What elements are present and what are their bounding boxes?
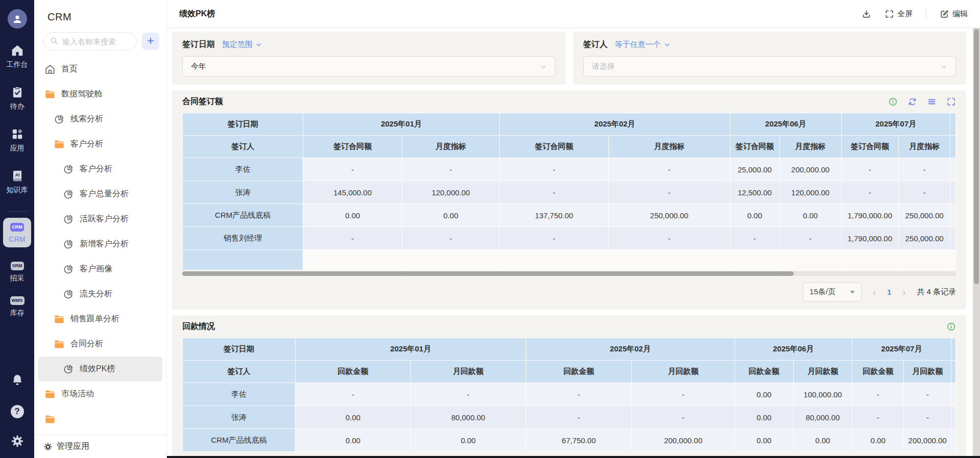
sidebar-item-10[interactable]: 流失分析 [38, 282, 162, 307]
list-icon[interactable] [927, 97, 937, 107]
chevron-down-icon [941, 63, 947, 70]
prev-page-button[interactable]: ‹ [873, 288, 876, 297]
col-header: 签订合同额 [500, 136, 609, 158]
value-cell: - [402, 158, 500, 181]
svg-text:AI: AI [15, 172, 19, 177]
refresh-icon[interactable] [908, 97, 917, 107]
edit-icon [940, 9, 949, 19]
expand-icon[interactable] [946, 97, 956, 107]
vertical-scrollbar-thumb[interactable] [974, 29, 979, 284]
next-page-button[interactable]: › [902, 288, 905, 297]
value-cell: - [526, 406, 632, 429]
info-icon[interactable] [946, 322, 956, 332]
pie-icon [63, 264, 74, 275]
pie-icon [63, 239, 74, 250]
gear-button[interactable] [11, 435, 24, 450]
sidebar-item-14[interactable]: 市场活动 [38, 381, 162, 406]
pie-icon [63, 189, 74, 200]
sidebar-item-4[interactable]: 客户分析 [38, 132, 162, 157]
rail-item-2[interactable]: 待办 [10, 86, 24, 111]
table-row: 李佐----25,000.00200,000.00-- [183, 158, 956, 181]
value-cell: 1,790,000.00 [841, 227, 898, 250]
value-cell: - [410, 383, 526, 406]
user-icon [11, 13, 23, 25]
app-label: 招采 [10, 274, 24, 283]
sidebar-item-9[interactable]: 客户画像 [38, 257, 162, 282]
filter-operator-dropdown[interactable]: 等于任意一个 [615, 40, 671, 49]
rail-app-wms[interactable]: WMS库存 [10, 296, 24, 318]
sidebar-item-label: 首页 [61, 64, 78, 74]
sidebar-item-label: 市场活动 [61, 389, 94, 399]
col-header: 月度指标 [779, 136, 841, 158]
value-cell: - [500, 227, 609, 250]
manage-apps-button[interactable]: 管理应用 [34, 435, 166, 458]
sidebar-item-label: 线索分析 [70, 114, 103, 124]
value-cell: 250,000.00 [608, 204, 730, 227]
month-header-row: 签订日期 2025年01月 2025年02月 2025年06月 2025年07月 [183, 338, 956, 361]
info-icon[interactable] [888, 97, 898, 107]
folder-icon [54, 139, 65, 150]
signer-select[interactable]: 请选择 [583, 56, 957, 77]
sidebar-item-8[interactable]: 新增客户分析 [38, 232, 162, 257]
value-cell: - [500, 181, 609, 204]
search-icon [50, 36, 59, 45]
download-button[interactable] [862, 9, 871, 19]
sidebar-item-1[interactable]: 首页 [38, 57, 162, 82]
pagination: 15条/页 ‹ 1 › 共 4 条记录 [182, 283, 956, 301]
bell-button[interactable] [11, 373, 24, 389]
value-cell: 0.00 [852, 429, 904, 452]
rail-item-3[interactable]: 应用 [10, 128, 24, 153]
page-size-select[interactable]: 15条/页 [803, 283, 862, 301]
current-page[interactable]: 1 [887, 288, 891, 296]
fullscreen-button[interactable]: 全屏 [885, 9, 913, 19]
edit-button[interactable]: 编辑 [940, 9, 968, 19]
filter-sign-date: 签订日期 预定范围 今年 [172, 32, 566, 85]
add-button[interactable]: + [142, 33, 159, 50]
sidebar-item-11[interactable]: 销售跟单分析 [38, 307, 162, 332]
rail-app-srm[interactable]: SRM招采 [10, 262, 24, 283]
col-header: 签订合同额 [303, 136, 402, 158]
sidebar-item-15[interactable] [38, 406, 162, 431]
select-placeholder: 请选择 [592, 62, 615, 71]
fullscreen-label: 全屏 [897, 9, 913, 19]
filter-operator-dropdown[interactable]: 预定范围 [222, 40, 262, 49]
section-payment-collection: 回款情况 签订日期 2025年01月 2025年02月 2025年06月 202… [172, 315, 966, 458]
edit-label: 编辑 [952, 9, 968, 19]
sidebar-item-label: 销售跟单分析 [70, 314, 119, 324]
sidebar-item-label: 客户画像 [80, 264, 112, 274]
sidebar-item-5[interactable]: 客户分析 [38, 157, 162, 182]
question-button[interactable]: ? [11, 405, 24, 418]
sidebar-item-6[interactable]: 客户总量分析 [38, 182, 162, 207]
rail-item-4[interactable]: AI知识库 [7, 169, 28, 195]
sliver-header [951, 361, 955, 383]
value-cell: 0.00 [779, 204, 841, 227]
value-cell: - [841, 158, 898, 181]
horizontal-scrollbar-thumb[interactable] [182, 271, 794, 276]
col-header: 月回款额 [904, 361, 951, 383]
window-bottom-edge [167, 456, 980, 458]
row-header-cell: 张涛 [183, 181, 303, 204]
month-header: 2025年02月 [526, 338, 734, 361]
value-cell: - [898, 181, 950, 204]
rail-item-1[interactable]: 工作台 [7, 44, 28, 69]
sidebar-item-2[interactable]: 数据驾驶舱 [38, 82, 162, 107]
app-badge: WMS [10, 296, 24, 305]
row-header-cell: CRM产品线底稿 [183, 429, 296, 452]
date-range-select[interactable]: 今年 [182, 56, 555, 77]
value-cell: 120,000.00 [402, 181, 500, 204]
question-icon: ? [11, 405, 24, 418]
row-header-cell: 销售刘经理 [183, 227, 303, 250]
value-cell: 80,000.00 [793, 406, 852, 429]
value-cell: - [303, 227, 402, 250]
value-cell: 200,000.00 [904, 429, 951, 452]
rail-app-crm[interactable]: CRMCRM [3, 218, 31, 247]
sidebar-item-13[interactable]: 绩效PK榜 [38, 357, 162, 381]
sidebar-item-3[interactable]: 线索分析 [38, 107, 162, 132]
sliver-cell [950, 227, 956, 250]
sidebar-item-label: 活跃客户分析 [80, 214, 129, 224]
sidebar-item-7[interactable]: 活跃客户分析 [38, 207, 162, 232]
value-cell: - [898, 158, 950, 181]
avatar[interactable] [8, 9, 27, 29]
sidebar-item-12[interactable]: 合同分析 [38, 332, 162, 357]
total-records: 共 4 条记录 [917, 287, 956, 297]
